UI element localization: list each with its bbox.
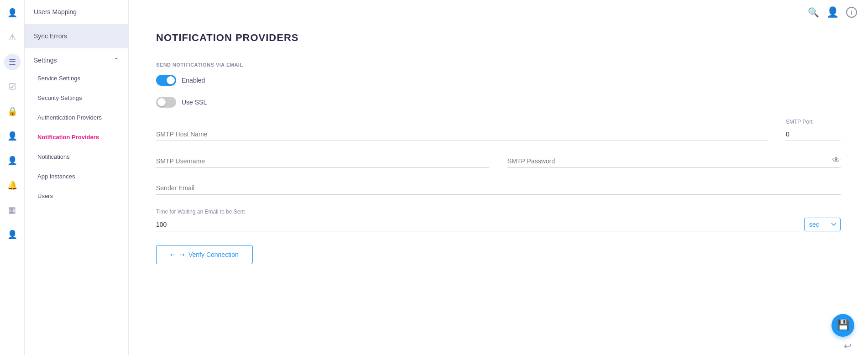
enabled-toggle[interactable] — [156, 75, 176, 86]
back-button[interactable]: ↩ — [844, 340, 852, 351]
smtp-port-input[interactable] — [786, 128, 841, 141]
smtp-password-row: 👁 — [507, 155, 841, 168]
ssl-toggle-knob — [157, 98, 166, 106]
back-icon: ↩ — [844, 341, 852, 351]
ssl-toggle-row: Use SSL — [156, 97, 841, 108]
sidebar-item-app-instances[interactable]: App Instances — [25, 167, 128, 186]
search-icon[interactable]: 🔍 — [808, 7, 819, 18]
settings-chevron-icon: ⌃ — [114, 57, 119, 64]
password-visibility-icon[interactable]: 👁 — [832, 156, 841, 165]
sidebar-item-security-settings[interactable]: Security Settings — [25, 88, 128, 108]
smtp-host-port-row: SMTP Port — [156, 119, 841, 141]
wait-time-field — [156, 218, 800, 231]
wait-time-section: Time for Waiting an Email to be Sent sec… — [156, 209, 841, 231]
verify-connection-arrow-right-icon: ⇢ — [179, 251, 185, 258]
sidebar: Users Mapping Sync Errors Settings ⌃ Ser… — [25, 0, 129, 355]
time-unit-select[interactable]: sec min hr — [804, 218, 841, 231]
top-bar: 🔍 👤 i — [797, 0, 868, 25]
sidebar-item-notifications[interactable]: Notifications — [25, 147, 128, 167]
wait-time-label: Time for Waiting an Email to be Sent — [156, 209, 841, 215]
enabled-toggle-knob — [167, 76, 175, 84]
sidebar-settings-section[interactable]: Settings ⌃ — [25, 48, 128, 68]
sender-email-field — [156, 182, 841, 195]
wait-time-input[interactable] — [156, 218, 800, 231]
wait-time-row: sec min hr — [156, 218, 841, 231]
verify-connection-button[interactable]: ⇠ ⇢ Verify Connection — [156, 245, 253, 264]
send-via-email-label: SEND NOTIFICATIONS VIA EMAIL — [156, 62, 841, 68]
settings-nav-icon[interactable]: ☰ — [4, 54, 21, 70]
verify-connection-label: Verify Connection — [188, 251, 239, 258]
smtp-password-input[interactable] — [507, 155, 841, 168]
sender-email-input[interactable] — [156, 182, 841, 195]
alert-nav-icon[interactable]: ⚠ — [4, 29, 21, 46]
smtp-username-input[interactable] — [156, 155, 489, 168]
sender-email-row — [156, 182, 841, 195]
enabled-toggle-track[interactable] — [156, 75, 176, 86]
user-icon[interactable]: 👤 — [826, 6, 839, 18]
verify-connection-arrow-left-icon: ⇠ — [170, 251, 176, 258]
smtp-port-label: SMTP Port — [786, 119, 841, 125]
notification-nav-icon[interactable]: 🔔 — [4, 177, 21, 193]
user-nav-icon[interactable]: 👤 — [4, 5, 21, 21]
notification-providers-nav-icon[interactable]: 👤 — [4, 152, 21, 169]
save-icon: 💾 — [837, 319, 849, 331]
enabled-label: Enabled — [182, 77, 205, 84]
nav-icon-column: 👤 ⚠ ☰ ☑ 🔒 👤 👤 🔔 ▦ 👤 — [0, 0, 25, 355]
task-nav-icon[interactable]: ☑ — [4, 78, 21, 95]
smtp-host-input[interactable] — [156, 128, 768, 141]
lock-nav-icon[interactable]: 🔒 — [4, 103, 21, 120]
enabled-toggle-row: Enabled — [156, 75, 841, 86]
ssl-toggle[interactable] — [156, 97, 176, 108]
ssl-toggle-track[interactable] — [156, 97, 176, 108]
info-icon[interactable]: i — [846, 7, 857, 18]
smtp-host-field — [156, 128, 768, 141]
ssl-label: Use SSL — [182, 99, 207, 106]
sidebar-item-sync-errors[interactable]: Sync Errors — [25, 24, 128, 48]
page-title: NOTIFICATION PROVIDERS — [156, 32, 841, 44]
smtp-username-field — [156, 155, 489, 168]
smtp-credentials-row: 👁 — [156, 155, 841, 168]
sidebar-item-users-mapping[interactable]: Users Mapping — [25, 0, 128, 24]
sidebar-item-notification-providers[interactable]: Notification Providers — [25, 127, 128, 147]
smtp-port-field: SMTP Port — [786, 119, 841, 141]
smtp-password-field: 👁 — [507, 155, 841, 168]
auth-nav-icon[interactable]: 👤 — [4, 128, 21, 144]
save-fab-button[interactable]: 💾 — [831, 314, 854, 337]
sidebar-item-service-settings[interactable]: Service Settings — [25, 68, 128, 88]
sidebar-item-users[interactable]: Users — [25, 186, 128, 206]
main-content: 🔍 👤 i NOTIFICATION PROVIDERS SEND NOTIFI… — [129, 0, 868, 355]
appinstance-nav-icon[interactable]: ▦ — [4, 202, 21, 218]
sidebar-item-authentication-providers[interactable]: Authentication Providers — [25, 108, 128, 127]
users-nav-icon[interactable]: 👤 — [4, 226, 21, 243]
